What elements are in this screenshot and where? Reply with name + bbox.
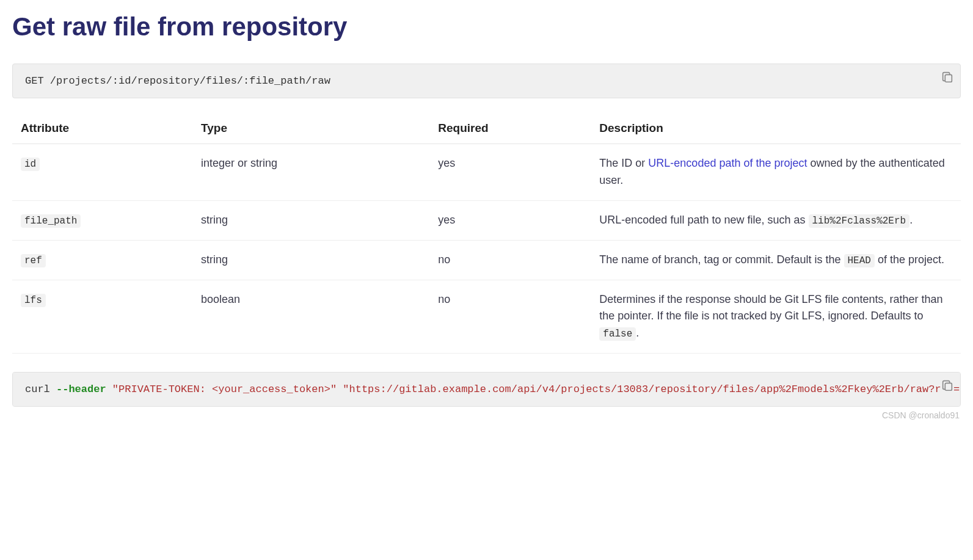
table-header-row: Attribute Type Required Description (12, 113, 961, 144)
svg-rect-0 (945, 75, 952, 82)
curl-flag: --header (56, 384, 106, 395)
attr-description: The name of branch, tag or commit. Defau… (591, 240, 961, 280)
table-row: file_path string yes URL-encoded full pa… (12, 200, 961, 240)
svg-rect-1 (945, 384, 952, 391)
attr-type: string (192, 200, 429, 240)
inline-code: HEAD (844, 254, 875, 267)
attr-code: id (21, 158, 40, 171)
table-row: ref string no The name of branch, tag or… (12, 240, 961, 280)
attr-code: file_path (21, 214, 81, 228)
col-type: Type (192, 113, 429, 144)
attr-code: ref (21, 254, 46, 267)
attr-description: Determines if the response should be Git… (591, 280, 961, 354)
table-row: id integer or string yes The ID or URL-e… (12, 144, 961, 201)
attr-type: boolean (192, 280, 429, 354)
attr-code: lfs (21, 294, 46, 307)
attr-type: integer or string (192, 144, 429, 201)
page-title: Get raw file from repository (12, 12, 961, 42)
col-required: Required (429, 113, 591, 144)
curl-code-block[interactable]: curl --header "PRIVATE-TOKEN: <your_acce… (12, 372, 961, 407)
attr-description: The ID or URL-encoded path of the projec… (591, 144, 961, 201)
watermark: CSDN @cronaldo91 (12, 410, 961, 420)
inline-code: lib%2Fclass%2Erb (809, 214, 910, 228)
attr-description: URL-encoded full path to new file, such … (591, 200, 961, 240)
col-attribute: Attribute (12, 113, 192, 144)
endpoint-code-block: GET /projects/:id/repository/files/:file… (12, 64, 961, 98)
copy-icon[interactable] (941, 70, 954, 84)
parameters-table: Attribute Type Required Description id i… (12, 113, 961, 354)
inline-code: false (599, 327, 636, 341)
curl-content: curl --header "PRIVATE-TOKEN: <your_acce… (25, 384, 961, 401)
attr-required: no (429, 240, 591, 280)
attr-required: yes (429, 200, 591, 240)
attr-required: no (429, 280, 591, 354)
col-description: Description (591, 113, 961, 144)
curl-cmd: curl (25, 384, 56, 395)
curl-header-string: "PRIVATE-TOKEN: <your_access_token>" (112, 384, 337, 395)
copy-icon[interactable] (941, 379, 954, 392)
attr-required: yes (429, 144, 591, 201)
endpoint-text: GET /projects/:id/repository/files/:file… (25, 75, 330, 87)
encoded-path-link[interactable]: URL-encoded path of the project (648, 157, 807, 169)
table-row: lfs boolean no Determines if the respons… (12, 280, 961, 354)
attr-type: string (192, 240, 429, 280)
curl-url-string: "https://gitlab.example.com/api/v4/proje… (343, 384, 961, 395)
